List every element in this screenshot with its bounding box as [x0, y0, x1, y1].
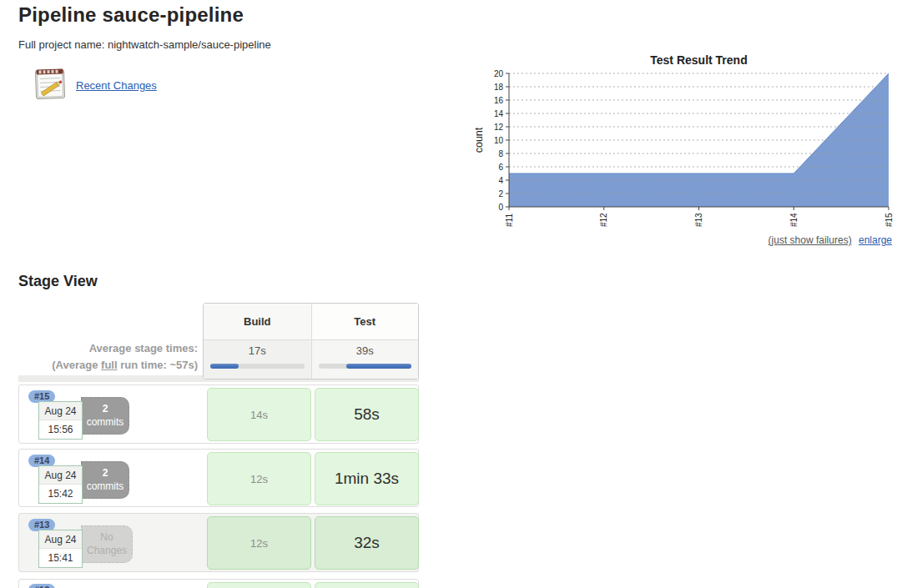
svg-text:Test Result Trend: Test Result Trend — [650, 53, 747, 67]
stage-build-average: 17s — [204, 340, 311, 379]
no-changes-box: No Changes — [81, 525, 133, 563]
build-date: Aug 24 — [39, 466, 82, 485]
stage-cell-test[interactable]: 32s — [315, 516, 419, 570]
stage-cell-test[interactable]: 1min 33s — [315, 452, 419, 505]
average-stage-times-line1: Average stage times: — [18, 340, 198, 357]
svg-text:4: 4 — [498, 176, 503, 185]
page-title: Pipeline sauce-pipeline — [18, 3, 244, 27]
build-row-13: #13 Aug 24 15:41 No Changes 12s 32s — [18, 513, 419, 572]
commits-box[interactable]: 2 commits — [81, 397, 129, 435]
stage-cell-build[interactable]: 12s — [207, 516, 311, 570]
recent-changes: Recent Changes — [32, 66, 157, 104]
svg-text:8: 8 — [498, 149, 503, 158]
stage-header: Build 17s Test 39s — [203, 303, 419, 379]
svg-text:2: 2 — [498, 189, 503, 199]
average-stage-times-caption: Average stage times: (Average full run t… — [18, 340, 198, 374]
svg-text:14: 14 — [494, 109, 504, 118]
build-time: 15:41 — [39, 549, 82, 567]
svg-text:6: 6 — [498, 163, 503, 172]
svg-text:0: 0 — [498, 203, 503, 212]
stage-cell-build[interactable] — [207, 582, 311, 588]
build-date: Aug 24 — [39, 402, 82, 420]
build-date-box[interactable]: Aug 24 15:41 — [38, 530, 83, 568]
average-full-run-time-line2: (Average full run time: ~57s) — [18, 357, 198, 374]
build-number-badge[interactable]: #12 — [28, 584, 55, 588]
svg-text:#15: #15 — [884, 213, 894, 227]
chart-links: (just show failures) enlarge — [768, 234, 892, 246]
full-project-name: Full project name: nightwatch-sample/sau… — [18, 38, 271, 51]
just-show-failures-link[interactable]: (just show failures) — [768, 234, 852, 246]
stage-view-heading: Stage View — [18, 273, 98, 290]
test-average-bar — [319, 364, 412, 369]
svg-text:count: count — [473, 127, 485, 153]
svg-text:#11: #11 — [505, 214, 514, 227]
test-result-trend-chart: 02468101214161820#11#12#13#14#15Test Res… — [471, 48, 893, 234]
build-time: 15:56 — [39, 420, 82, 439]
build-date-box[interactable]: Aug 24 15:42 — [38, 465, 83, 504]
stage-column-build: Build 17s — [204, 304, 311, 379]
stage-cell-test[interactable]: 58s — [315, 388, 419, 441]
stage-cell-build[interactable]: 14s — [207, 388, 311, 441]
stage-view-table: Build 17s Test 39s Average stage times: … — [18, 303, 419, 588]
build-row-15: #15 Aug 24 15:56 2 commits 14s 58s — [18, 384, 419, 444]
svg-text:20: 20 — [494, 69, 504, 78]
stage-cell-test[interactable] — [315, 582, 419, 588]
stage-column-test: Test 39s — [311, 304, 419, 379]
commits-box[interactable]: 2 commits — [81, 461, 129, 499]
build-average-bar — [210, 364, 305, 369]
svg-text:18: 18 — [494, 83, 504, 92]
svg-text:#14: #14 — [789, 213, 799, 227]
build-average-time: 17s — [204, 344, 311, 357]
svg-text:16: 16 — [494, 96, 504, 105]
build-date: Aug 24 — [39, 530, 82, 549]
stage-cell-build[interactable]: 12s — [207, 452, 311, 505]
test-average-time: 39s — [312, 344, 419, 357]
build-row-12: #12 — [18, 579, 419, 588]
stage-test-average: 39s — [312, 340, 419, 379]
enlarge-link[interactable]: enlarge — [859, 234, 892, 246]
stage-column-test-label: Test — [312, 304, 419, 340]
stage-column-build-label: Build — [204, 304, 311, 340]
jenkins-pipeline-page: Pipeline sauce-pipeline Full project nam… — [0, 0, 897, 588]
recent-changes-link[interactable]: Recent Changes — [76, 79, 157, 92]
build-date-box[interactable]: Aug 24 15:56 — [38, 401, 83, 440]
svg-text:10: 10 — [494, 136, 504, 145]
build-row-14: #14 Aug 24 15:42 2 commits 12s 1min 33s — [18, 449, 419, 507]
build-time: 15:42 — [39, 485, 82, 503]
svg-text:#13: #13 — [694, 213, 703, 227]
svg-text:#12: #12 — [599, 213, 608, 227]
svg-text:12: 12 — [494, 123, 504, 132]
notepad-icon — [32, 66, 69, 104]
